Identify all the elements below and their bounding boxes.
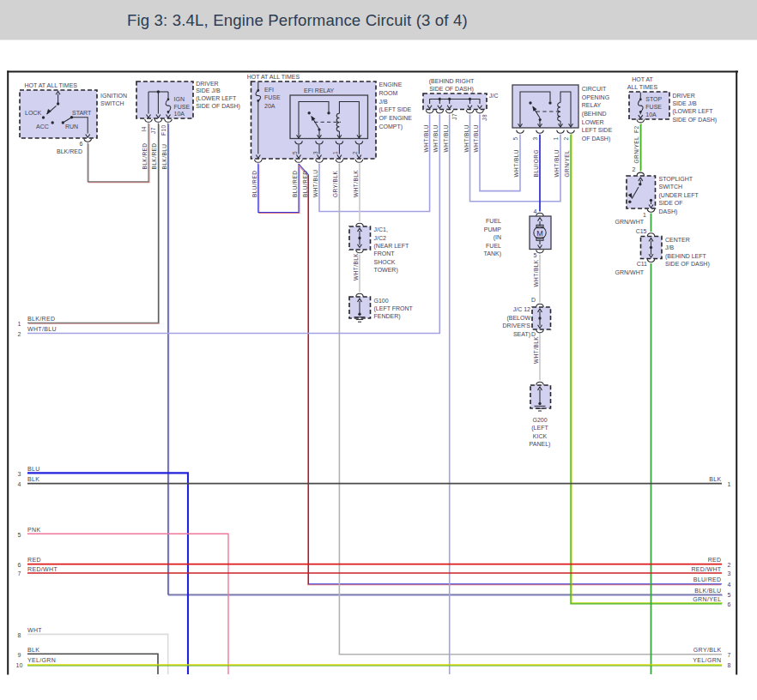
svg-text:RED: RED — [27, 557, 41, 563]
svg-text:5: 5 — [512, 136, 518, 140]
svg-text:PANEL): PANEL) — [530, 441, 551, 448]
svg-text:2: 2 — [563, 136, 569, 140]
svg-text:SIDE OF DASH): SIDE OF DASH) — [196, 103, 240, 110]
svg-text:GRN/WHT: GRN/WHT — [615, 219, 645, 225]
svg-text:10A: 10A — [174, 111, 185, 117]
svg-text:KICK: KICK — [533, 433, 548, 439]
svg-text:GRY/BLK: GRY/BLK — [693, 647, 722, 653]
svg-text:J/C1,: J/C1, — [374, 226, 388, 232]
svg-text:4: 4 — [534, 208, 537, 214]
svg-text:FENDER): FENDER) — [374, 313, 401, 320]
svg-text:C11: C11 — [637, 261, 647, 267]
svg-text:RELAY: RELAY — [582, 102, 602, 108]
svg-text:(IN: (IN — [494, 234, 501, 241]
svg-text:BLK/BLU: BLK/BLU — [694, 588, 721, 594]
svg-text:5: 5 — [292, 151, 298, 154]
svg-text:LEFT SIDE: LEFT SIDE — [582, 127, 613, 133]
svg-text:PNK: PNK — [27, 527, 40, 533]
svg-text:4: 4 — [18, 481, 21, 487]
svg-text:20A: 20A — [264, 103, 276, 109]
svg-text:J/C2: J/C2 — [374, 235, 387, 241]
svg-text:RED/WHT: RED/WHT — [27, 566, 58, 572]
svg-text:WHT/BLU: WHT/BLU — [513, 149, 519, 177]
svg-text:3: 3 — [532, 136, 538, 140]
svg-text:HOT AT: HOT AT — [632, 76, 653, 82]
svg-text:IGNITION: IGNITION — [100, 93, 127, 99]
svg-text:HOT AT ALL TIMES: HOT AT ALL TIMES — [25, 82, 78, 88]
svg-text:J7: J7 — [451, 113, 457, 120]
svg-text:(LEFT FRONT: (LEFT FRONT — [374, 305, 414, 312]
svg-text:5: 5 — [18, 532, 21, 538]
svg-text:SIDE OF DASH): SIDE OF DASH) — [429, 86, 474, 93]
svg-text:F2: F2 — [633, 125, 639, 133]
svg-text:ROOM: ROOM — [379, 90, 398, 96]
svg-text:2: 2 — [352, 151, 358, 154]
svg-text:WHT/BLK: WHT/BLK — [533, 259, 539, 287]
svg-text:BLK/RED: BLK/RED — [57, 148, 82, 154]
svg-text:FRONT: FRONT — [374, 250, 396, 256]
svg-text:10: 10 — [16, 662, 23, 668]
svg-text:6: 6 — [18, 562, 21, 568]
svg-text:SIDE J/B: SIDE J/B — [672, 100, 697, 106]
svg-text:WHT/BLU: WHT/BLU — [433, 124, 439, 152]
svg-text:(NEAR LEFT: (NEAR LEFT — [374, 243, 410, 250]
svg-text:(UNDER LEFT: (UNDER LEFT — [659, 192, 699, 199]
svg-text:CIRCUIT: CIRCUIT — [582, 86, 607, 92]
svg-text:5: 5 — [728, 592, 731, 598]
svg-text:IGN: IGN — [174, 96, 185, 102]
svg-text:8: 8 — [728, 662, 731, 668]
svg-text:2: 2 — [633, 166, 636, 172]
svg-text:SWITCH: SWITCH — [100, 100, 124, 106]
svg-text:1: 1 — [553, 136, 559, 140]
svg-text:J/B: J/B — [379, 99, 388, 105]
svg-text:(LEFT SIDE: (LEFT SIDE — [379, 106, 412, 113]
svg-text:9: 9 — [18, 652, 21, 658]
svg-text:BLK/RED: BLK/RED — [151, 143, 157, 170]
svg-text:DRIVER: DRIVER — [672, 93, 694, 99]
svg-text:WHT/BLU: WHT/BLU — [463, 124, 469, 152]
svg-text:TANK): TANK) — [484, 250, 501, 257]
svg-text:4: 4 — [728, 582, 731, 588]
svg-text:G200: G200 — [532, 417, 547, 423]
svg-text:SIDE OF DASH): SIDE OF DASH) — [665, 261, 710, 268]
svg-text:STOP: STOP — [645, 96, 662, 102]
svg-text:GRN/YEL: GRN/YEL — [564, 150, 570, 178]
svg-text:EFI RELAY: EFI RELAY — [304, 88, 335, 94]
svg-text:3: 3 — [18, 471, 21, 477]
svg-text:J/C 12: J/C 12 — [513, 306, 530, 312]
svg-text:7: 7 — [728, 652, 731, 658]
svg-text:WHT/BLK: WHT/BLK — [533, 336, 539, 364]
svg-text:STOPLIGHT: STOPLIGHT — [659, 176, 693, 182]
svg-text:ACC: ACC — [36, 124, 49, 130]
svg-text:BLU/RED: BLU/RED — [302, 171, 308, 197]
svg-text:EFI: EFI — [264, 87, 274, 93]
svg-text:ALL TIMES: ALL TIMES — [627, 84, 658, 90]
svg-text:OF DASH): OF DASH) — [582, 136, 610, 142]
svg-text:RED: RED — [708, 557, 722, 563]
svg-text:FUSE: FUSE — [264, 94, 281, 100]
svg-text:(BELOW: (BELOW — [506, 315, 530, 322]
svg-text:BLK: BLK — [27, 476, 39, 482]
svg-text:7: 7 — [18, 570, 21, 576]
svg-text:WHT/BLU: WHT/BLU — [443, 124, 449, 152]
svg-text:SEAT): SEAT) — [513, 331, 530, 338]
svg-text:CENTER: CENTER — [665, 237, 690, 243]
svg-text:WHT/BLK: WHT/BLK — [353, 253, 359, 281]
svg-text:FUEL: FUEL — [486, 243, 501, 249]
svg-text:YEL/GRN: YEL/GRN — [27, 657, 56, 663]
svg-text:5: 5 — [534, 252, 537, 258]
svg-text:SIDE J/B: SIDE J/B — [196, 88, 221, 94]
svg-text:8: 8 — [18, 632, 21, 638]
svg-text:1: 1 — [18, 321, 21, 327]
svg-text:GRN/WHT: GRN/WHT — [615, 269, 645, 275]
svg-text:(BEHIND LEFT: (BEHIND LEFT — [665, 253, 707, 260]
svg-text:J/B: J/B — [665, 244, 674, 250]
svg-text:I4: I4 — [141, 126, 147, 131]
svg-text:WHT/BLU: WHT/BLU — [423, 124, 429, 152]
svg-text:1: 1 — [332, 151, 338, 154]
svg-text:YEL/GRN: YEL/GRN — [693, 657, 721, 663]
svg-text:D: D — [531, 297, 536, 303]
svg-text:SHOCK: SHOCK — [374, 259, 396, 265]
svg-text:(LEFT: (LEFT — [531, 425, 548, 431]
svg-text:PUMP: PUMP — [484, 226, 502, 232]
